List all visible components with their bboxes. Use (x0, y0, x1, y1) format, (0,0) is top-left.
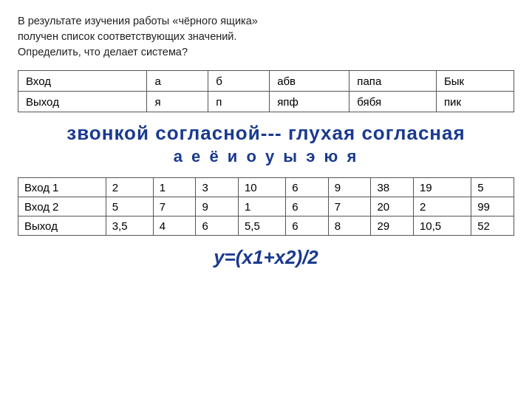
t2-r2-c3: 9 (196, 197, 239, 216)
t2-r1-c6: 9 (328, 178, 371, 197)
t2-r2-label: Вход 2 (18, 197, 106, 216)
t2-r2-c4: 1 (239, 197, 286, 216)
table1-r2-c5: пик (436, 92, 514, 112)
t2-r1-c7: 38 (371, 178, 414, 197)
t2-r1-c9: 5 (471, 178, 514, 197)
t2-r1-c8: 19 (413, 178, 471, 197)
t2-r2-c7: 20 (371, 197, 414, 216)
table-row: Вход 1 2 1 3 10 6 9 38 19 5 (18, 178, 514, 197)
table1: Вход а б абв папа Бык Выход я п япф бябя… (18, 70, 514, 112)
formula: y=(x1+x2)/2 (18, 246, 514, 269)
table-row: Вход 2 5 7 9 1 6 7 20 2 99 (18, 197, 514, 216)
t2-r3-label: Выход (18, 216, 106, 236)
intro-line3: Определить, что делает система? (18, 44, 514, 60)
t2-r3-c2: 4 (153, 216, 196, 236)
t2-r2-c1: 5 (106, 197, 153, 216)
t2-r1-c5: 6 (286, 178, 329, 197)
t2-r2-c2: 7 (153, 197, 196, 216)
middle-section: звонкой согласной--- глухая согласная а … (18, 121, 514, 167)
t2-r2-c8: 2 (413, 197, 471, 216)
t2-r3-c8: 10,5 (413, 216, 471, 236)
table1-r2-c3: япф (270, 92, 349, 112)
table-row: Выход я п япф бябя пик (18, 92, 514, 112)
t2-r3-c4: 5,5 (239, 216, 286, 236)
table1-r1-c4: папа (349, 71, 437, 92)
t2-r2-c6: 7 (328, 197, 371, 216)
intro-line1: В результате изучения работы «чёрного ящ… (18, 13, 514, 29)
table1-r1-c5: Бык (436, 71, 514, 92)
table1-row2-label: Выход (18, 92, 147, 112)
t2-r3-c3: 6 (196, 216, 239, 236)
t2-r1-c1: 2 (106, 178, 153, 197)
t2-r1-c2: 1 (153, 178, 196, 197)
table-row: Выход 3,5 4 6 5,5 6 8 29 10,5 52 (18, 216, 514, 236)
t2-r1-label: Вход 1 (18, 178, 106, 197)
t2-r3-c7: 29 (371, 216, 414, 236)
page: В результате изучения работы «чёрного ящ… (0, 0, 532, 399)
table1-r1-c2: б (208, 71, 270, 92)
t2-r3-c1: 3,5 (106, 216, 153, 236)
table-row: Вход а б абв папа Бык (18, 71, 514, 92)
intro-line2: получен список соответствующих значений. (18, 29, 514, 44)
t2-r2-c5: 6 (286, 197, 329, 216)
table2: Вход 1 2 1 3 10 6 9 38 19 5 Вход 2 5 7 9… (18, 177, 514, 236)
t2-r3-c5: 6 (286, 216, 329, 236)
zvonkaya-line: звонкой согласной--- глухая согласная (66, 121, 465, 146)
t2-r2-c9: 99 (471, 197, 514, 216)
t2-r3-c6: 8 (328, 216, 371, 236)
intro-block: В результате изучения работы «чёрного ящ… (18, 13, 514, 60)
table1-r2-c1: я (147, 92, 208, 112)
t2-r1-c4: 10 (239, 178, 286, 197)
table1-r1-c1: а (147, 71, 208, 92)
table1-row1-label: Вход (18, 71, 147, 92)
t2-r3-c9: 52 (471, 216, 514, 236)
t2-r1-c3: 3 (196, 178, 239, 197)
glasnye-line: а е ё и о у ы э ю я (174, 146, 358, 168)
table1-r2-c2: п (208, 92, 270, 112)
table1-r2-c4: бябя (349, 92, 437, 112)
table1-r1-c3: абв (270, 71, 349, 92)
